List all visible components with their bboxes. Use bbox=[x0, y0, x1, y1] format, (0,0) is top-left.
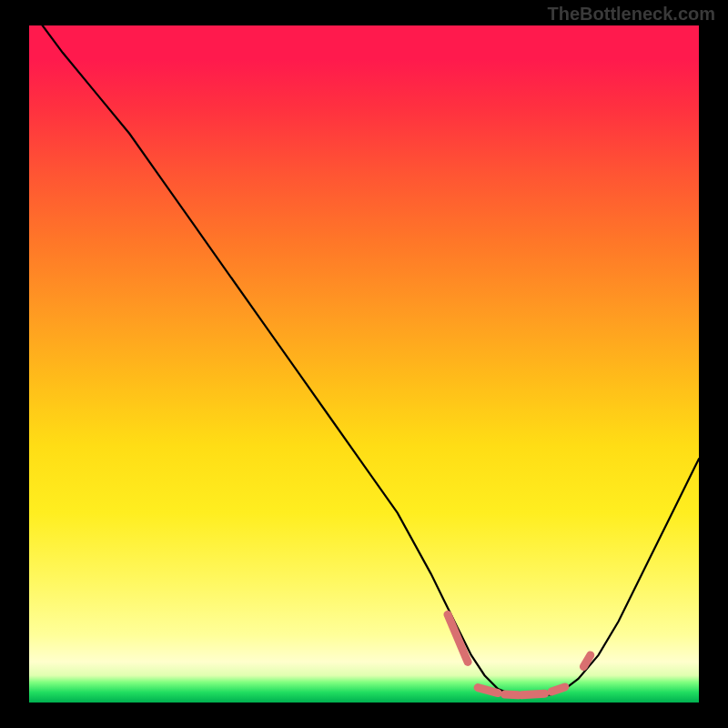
chart-plot-area bbox=[29, 25, 699, 703]
watermark-text: TheBottleneck.com bbox=[548, 4, 715, 25]
chart-background-gradient bbox=[29, 25, 699, 703]
